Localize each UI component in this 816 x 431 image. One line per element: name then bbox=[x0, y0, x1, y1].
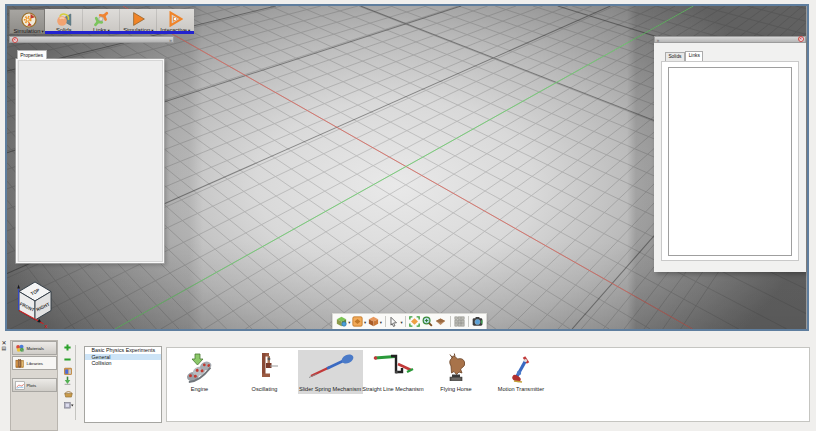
svg-text:x: x bbox=[45, 323, 48, 329]
